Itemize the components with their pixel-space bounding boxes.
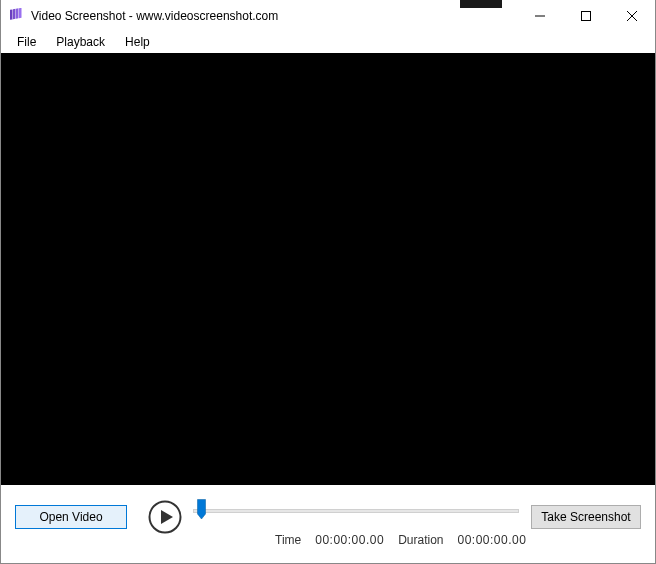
controls-panel: Open Video Time 00:00:00.00 Duration 00:… xyxy=(1,485,655,563)
duration-value: 00:00:00.00 xyxy=(458,533,527,547)
close-button[interactable] xyxy=(609,0,655,31)
window-title: Video Screenshot - www.videoscreenshot.c… xyxy=(31,9,278,23)
play-icon xyxy=(148,500,182,534)
duration-label: Duration xyxy=(398,533,443,547)
time-label: Time xyxy=(275,533,301,547)
svg-rect-1 xyxy=(13,8,16,18)
menu-help[interactable]: Help xyxy=(115,33,160,51)
time-value: 00:00:00.00 xyxy=(315,533,384,547)
open-video-label: Open Video xyxy=(39,510,102,524)
svg-rect-0 xyxy=(10,9,13,19)
menu-file[interactable]: File xyxy=(7,33,46,51)
svg-rect-2 xyxy=(16,8,19,18)
play-button[interactable] xyxy=(147,499,183,535)
seek-slider-track[interactable] xyxy=(193,509,519,513)
open-video-button[interactable]: Open Video xyxy=(15,505,127,529)
titlebar: Video Screenshot - www.videoscreenshot.c… xyxy=(1,0,655,31)
top-dark-fragment xyxy=(460,0,502,8)
minimize-button[interactable] xyxy=(517,0,563,31)
video-canvas[interactable] xyxy=(1,53,655,485)
menubar: File Playback Help xyxy=(1,31,655,53)
svg-rect-3 xyxy=(19,8,22,18)
svg-marker-9 xyxy=(161,510,173,524)
take-screenshot-button[interactable]: Take Screenshot xyxy=(531,505,641,529)
take-screenshot-label: Take Screenshot xyxy=(541,510,630,524)
app-icon xyxy=(9,8,25,24)
maximize-button[interactable] xyxy=(563,0,609,31)
window-controls xyxy=(517,0,655,31)
seek-slider-thumb[interactable] xyxy=(197,499,206,520)
time-info: Time 00:00:00.00 Duration 00:00:00.00 xyxy=(275,533,526,547)
menu-playback[interactable]: Playback xyxy=(46,33,115,51)
svg-rect-5 xyxy=(582,11,591,20)
